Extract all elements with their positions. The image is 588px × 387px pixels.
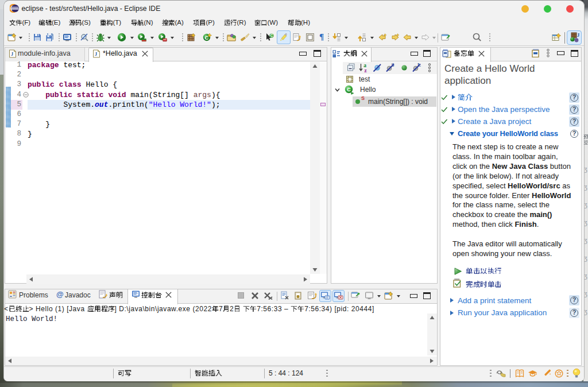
svg-text:J: J <box>95 52 97 57</box>
svg-text:z: z <box>364 68 367 73</box>
svg-text:J: J <box>577 32 580 38</box>
svg-text:J: J <box>11 52 13 57</box>
svg-text:C: C <box>270 33 273 37</box>
svg-text:C: C <box>347 87 351 92</box>
